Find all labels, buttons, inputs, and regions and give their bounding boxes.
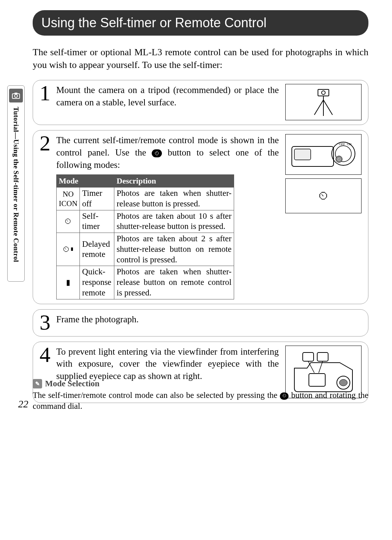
timer-button-icon: ⏲ bbox=[152, 149, 162, 157]
mode-label: Quick-response remote bbox=[80, 266, 114, 299]
lcd-timer-icon: ⏲ bbox=[318, 189, 329, 203]
svg-rect-3 bbox=[318, 89, 329, 96]
step-text: To prevent light entering via the viewfi… bbox=[56, 346, 279, 382]
note-body-a: The self-timer/remote control mode can a… bbox=[33, 391, 280, 400]
th-mode: Mode bbox=[57, 175, 114, 188]
svg-line-7 bbox=[323, 100, 332, 115]
svg-rect-10 bbox=[294, 149, 311, 160]
svg-rect-21 bbox=[317, 352, 328, 361]
step-text: Mount the camera on a tripod (recommende… bbox=[56, 84, 279, 109]
table-row: ⏲ Self-timer Photos are taken about 10 s… bbox=[57, 210, 234, 233]
step-number: 4 bbox=[40, 346, 52, 364]
note-title: Mode Selection bbox=[45, 379, 99, 388]
step-1: 1 Mount the camera on a tripod (recommen… bbox=[33, 80, 368, 125]
table-row: NO ICON Timer off Photos are taken when … bbox=[57, 188, 234, 210]
svg-line-6 bbox=[314, 100, 323, 115]
table-row: ▮ Quick-response remote Photos are taken… bbox=[57, 266, 234, 299]
th-description: Description bbox=[114, 175, 234, 188]
mode-label: Self-timer bbox=[80, 210, 114, 233]
lcd-panel-illustration: ⏲ bbox=[285, 178, 362, 213]
svg-rect-20 bbox=[303, 352, 314, 361]
note-section: ✎ Mode Selection The self-timer/remote c… bbox=[33, 379, 368, 412]
mode-table: Mode Description NO ICON Timer off Photo… bbox=[56, 174, 234, 299]
mode-desc: Photos are taken when shutter-release bu… bbox=[114, 266, 234, 299]
mode-label: Delayed remote bbox=[80, 233, 114, 266]
camera-top-view-illustration: OFF ON ⏲ bbox=[285, 134, 362, 175]
mode-desc: Photos are taken about 2 s after shutter… bbox=[114, 233, 234, 266]
table-row: ⏲▮ Delayed remote Photos are taken about… bbox=[57, 233, 234, 266]
step-number: 2 bbox=[40, 134, 52, 153]
self-timer-icon: ⏲ bbox=[57, 210, 80, 233]
svg-point-4 bbox=[322, 91, 325, 94]
svg-text:ON: ON bbox=[347, 142, 352, 146]
step-3: 3 Frame the photograph. bbox=[33, 309, 368, 337]
sidebar-label: Tutorial—Using the Self-timer or Remote … bbox=[12, 107, 20, 262]
camera-on-tripod-illustration bbox=[285, 84, 362, 120]
tip-icon: ✎ bbox=[33, 379, 42, 388]
mode-desc: Photos are taken about 10 s after shutte… bbox=[114, 210, 234, 233]
page-title: Using the Self-timer or Remote Control bbox=[33, 10, 368, 36]
svg-text:⏲: ⏲ bbox=[337, 157, 341, 161]
mode-icon: NO ICON bbox=[57, 188, 80, 210]
svg-point-1 bbox=[15, 94, 17, 97]
intro-paragraph: The self-timer or optional ML-L3 remote … bbox=[33, 46, 368, 71]
mode-desc: Photos are taken when shutter-release bu… bbox=[114, 188, 234, 210]
timer-button-icon: ⏲ bbox=[280, 392, 289, 400]
mode-label: Timer off bbox=[80, 188, 114, 210]
note-body: The self-timer/remote control mode can a… bbox=[33, 390, 368, 412]
delayed-remote-icon: ⏲▮ bbox=[57, 233, 80, 266]
sidebar-tab: Tutorial—Using the Self-timer or Remote … bbox=[7, 85, 25, 282]
step-2: 2 The current self-timer/remote control … bbox=[33, 130, 368, 304]
quick-remote-icon: ▮ bbox=[57, 266, 80, 299]
svg-text:OFF: OFF bbox=[339, 142, 345, 146]
svg-rect-2 bbox=[15, 93, 17, 94]
page-number: 22 bbox=[18, 398, 28, 410]
step-text: The current self-timer/remote control mo… bbox=[56, 134, 279, 299]
step-text: Frame the photograph. bbox=[56, 313, 362, 326]
step-number: 3 bbox=[40, 313, 52, 332]
camera-icon bbox=[9, 89, 23, 102]
step-number: 1 bbox=[40, 84, 52, 102]
